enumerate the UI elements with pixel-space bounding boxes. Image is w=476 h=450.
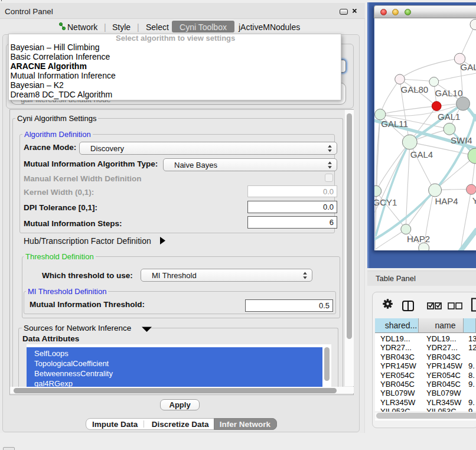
svg-text:GCY1: GCY1 [374, 197, 397, 207]
svg-text:GAL80: GAL80 [401, 84, 429, 94]
svg-text:GAL1: GAL1 [438, 112, 460, 122]
svg-text:HAP2: HAP2 [407, 234, 430, 244]
svg-text:GAL2: GAL2 [461, 62, 476, 72]
svg-text:GAL10: GAL10 [435, 88, 463, 98]
svg-text:GAL4: GAL4 [410, 149, 433, 159]
svg-text:GAL11: GAL11 [381, 119, 408, 129]
svg-text:Y: Y [472, 195, 476, 206]
svg-text:SWI4: SWI4 [451, 135, 472, 145]
svg-text:HAP4: HAP4 [435, 196, 458, 206]
